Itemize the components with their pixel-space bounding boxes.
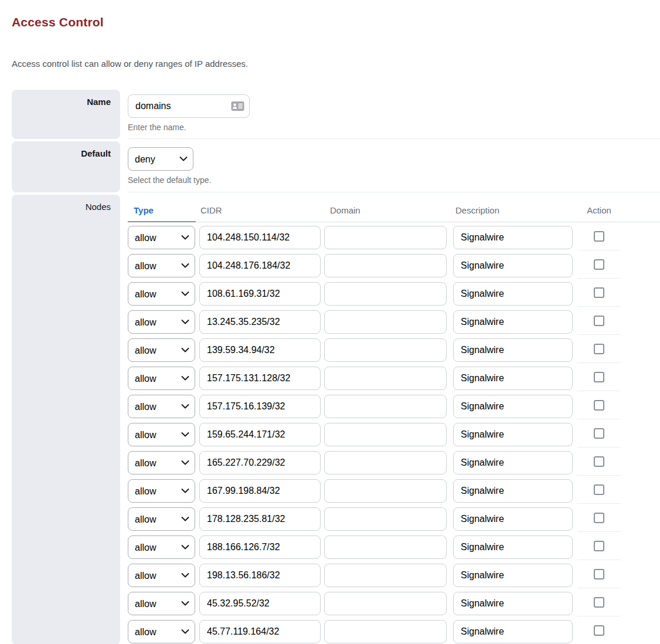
node-description-input[interactable]	[453, 338, 573, 362]
default-label: Default	[12, 141, 120, 192]
node-domain-input[interactable]	[324, 423, 447, 446]
node-cidr-input[interactable]	[199, 254, 321, 277]
action-checkbox[interactable]	[594, 287, 604, 298]
column-header-domain: Domain	[324, 205, 453, 216]
node-row: allow	[128, 363, 660, 391]
default-type-select[interactable]: deny	[128, 147, 193, 171]
action-checkbox[interactable]	[594, 372, 604, 382]
action-checkbox[interactable]	[594, 400, 604, 411]
node-domain-input[interactable]	[324, 254, 447, 277]
node-description-input[interactable]	[453, 592, 573, 615]
node-cidr-input[interactable]	[199, 620, 321, 643]
node-cidr-input[interactable]	[199, 367, 321, 390]
address-card-icon	[231, 101, 244, 111]
node-type-select[interactable]: allow	[128, 282, 195, 306]
node-domain-input[interactable]	[324, 310, 447, 334]
node-domain-input[interactable]	[324, 226, 447, 249]
node-type-select[interactable]: allow	[128, 395, 195, 418]
node-cidr-input[interactable]	[199, 226, 321, 249]
node-cidr-input[interactable]	[199, 338, 321, 362]
node-type-select[interactable]: allow	[128, 423, 195, 446]
node-domain-input[interactable]	[324, 592, 447, 615]
node-row: allow	[128, 616, 660, 644]
node-domain-input[interactable]	[324, 395, 447, 418]
node-type-select[interactable]: allow	[128, 310, 195, 334]
node-description-input[interactable]	[453, 479, 573, 503]
nodes-table-header: Type CIDR Domain Description Action	[128, 205, 660, 222]
action-checkbox[interactable]	[594, 569, 604, 579]
node-row: allow	[128, 560, 660, 588]
node-description-input[interactable]	[453, 620, 573, 643]
node-cidr-input[interactable]	[199, 395, 321, 418]
node-cidr-input[interactable]	[199, 507, 321, 531]
node-row: allow	[128, 307, 660, 335]
node-type-select[interactable]: allow	[128, 535, 195, 559]
node-row: allow	[128, 504, 660, 532]
node-domain-input[interactable]	[324, 507, 447, 531]
node-description-input[interactable]	[453, 310, 573, 334]
node-cidr-input[interactable]	[199, 423, 321, 446]
node-type-select[interactable]: allow	[128, 564, 195, 587]
node-cidr-input[interactable]	[199, 451, 321, 474]
node-type-select[interactable]: allow	[128, 451, 195, 474]
node-row: allow	[128, 532, 660, 560]
node-domain-input[interactable]	[324, 620, 447, 643]
node-description-input[interactable]	[453, 451, 573, 474]
node-type-select[interactable]: allow	[128, 592, 195, 615]
action-checkbox[interactable]	[594, 231, 604, 242]
action-checkbox[interactable]	[594, 344, 604, 354]
action-checkbox[interactable]	[594, 316, 604, 326]
node-description-input[interactable]	[453, 395, 573, 418]
node-description-input[interactable]	[453, 564, 573, 587]
name-help-text: Enter the name.	[128, 122, 660, 133]
default-help-text: Select the default type.	[128, 175, 660, 185]
node-row: allow	[128, 250, 660, 279]
node-type-select[interactable]: allow	[128, 507, 195, 531]
node-domain-input[interactable]	[324, 535, 447, 559]
action-checkbox[interactable]	[594, 513, 604, 523]
node-row: allow	[128, 419, 660, 448]
node-domain-input[interactable]	[324, 451, 447, 474]
node-description-input[interactable]	[453, 226, 573, 249]
node-type-select[interactable]: allow	[128, 338, 195, 362]
action-checkbox[interactable]	[594, 428, 604, 439]
column-header-description: Description	[453, 205, 577, 216]
node-cidr-input[interactable]	[199, 535, 321, 559]
node-description-input[interactable]	[453, 282, 573, 306]
node-row: allow	[128, 391, 660, 419]
action-checkbox[interactable]	[594, 259, 604, 270]
node-description-input[interactable]	[453, 254, 573, 277]
node-cidr-input[interactable]	[199, 564, 321, 587]
nodes-row: Nodes Type CIDR Domain Description Actio…	[12, 195, 660, 644]
node-type-select[interactable]: allow	[128, 620, 195, 643]
name-label: Name	[12, 90, 120, 139]
page-title: Access Control	[12, 15, 660, 29]
node-type-select[interactable]: allow	[128, 254, 195, 277]
node-cidr-input[interactable]	[199, 282, 321, 306]
node-type-select[interactable]: allow	[128, 226, 195, 249]
action-checkbox[interactable]	[594, 484, 604, 495]
node-cidr-input[interactable]	[199, 310, 321, 334]
node-type-select[interactable]: allow	[128, 367, 195, 390]
column-header-cidr: CIDR	[199, 205, 324, 216]
page-description: Access control list can allow or deny ra…	[12, 59, 660, 69]
node-cidr-input[interactable]	[199, 592, 321, 615]
node-description-input[interactable]	[453, 367, 573, 390]
action-checkbox[interactable]	[594, 456, 604, 467]
column-header-type[interactable]: Type	[128, 205, 199, 216]
node-cidr-input[interactable]	[199, 479, 321, 503]
node-type-select[interactable]: allow	[128, 479, 195, 503]
node-domain-input[interactable]	[324, 479, 447, 503]
node-description-input[interactable]	[453, 423, 573, 446]
action-checkbox[interactable]	[594, 541, 604, 551]
node-domain-input[interactable]	[324, 564, 447, 587]
node-description-input[interactable]	[453, 535, 573, 559]
node-row: allow	[128, 476, 660, 504]
action-checkbox[interactable]	[594, 625, 604, 636]
node-description-input[interactable]	[453, 507, 573, 531]
node-domain-input[interactable]	[324, 367, 447, 390]
action-checkbox[interactable]	[594, 597, 604, 608]
name-row: Name Enter the name.	[12, 90, 660, 139]
node-domain-input[interactable]	[324, 338, 447, 362]
node-domain-input[interactable]	[324, 282, 447, 306]
